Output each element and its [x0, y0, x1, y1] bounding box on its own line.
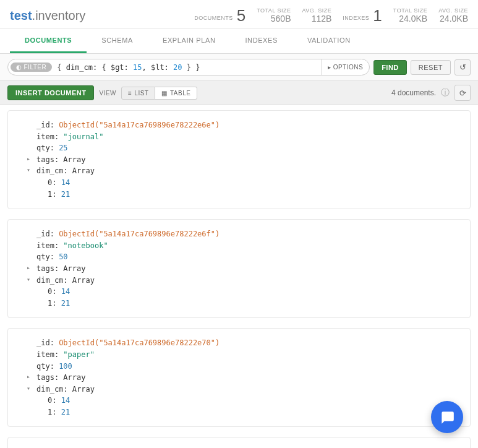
header: test.inventory DOCUMENTS 5 TOTAL SIZE 56…	[0, 0, 478, 29]
tab-explain[interactable]: EXPLAIN PLAN	[148, 29, 230, 53]
options-button[interactable]: ▸ OPTIONS	[321, 59, 369, 75]
caret-down-icon[interactable]: ▾	[27, 165, 33, 175]
stat-idx-total: TOTAL SIZE 24.0KB	[393, 7, 427, 24]
info-icon[interactable]: ⓘ	[441, 87, 450, 98]
insert-document-button[interactable]: INSERT DOCUMENT	[7, 85, 94, 100]
filter-chip: ◐ FILTER	[11, 62, 52, 72]
tab-indexes[interactable]: INDEXES	[230, 29, 292, 53]
doc-card[interactable]: _id: ObjectId("5a14a17ca769896e78222e6f"…	[7, 219, 471, 318]
stat-doc-total: TOTAL SIZE 560B	[257, 7, 291, 24]
refresh-button[interactable]: ⟳	[455, 85, 471, 101]
history-icon: ↺	[459, 62, 466, 72]
header-stats: DOCUMENTS 5 TOTAL SIZE 560B AVG. SIZE 11…	[194, 7, 468, 24]
tab-schema[interactable]: SCHEMA	[87, 29, 148, 53]
caret-right-icon: ▸	[328, 64, 331, 71]
find-button[interactable]: FIND	[373, 60, 407, 75]
doc-card[interactable]: _id: ObjectId("5a14a17ca769896e78222e70"…	[7, 328, 471, 427]
caret-down-icon[interactable]: ▾	[27, 275, 33, 285]
doc-count: 4 documents.	[391, 88, 436, 97]
namespace: test.inventory	[10, 9, 85, 23]
chat-fab[interactable]	[431, 401, 463, 433]
stat-indexes: INDEXES 1	[343, 7, 382, 24]
doc-card[interactable]: _id: ObjectId("5a14a17ca769896e78222e6e"…	[7, 110, 471, 209]
filter-chip-icon: ◐	[16, 64, 22, 71]
refresh-icon: ⟳	[459, 88, 466, 98]
filter-text[interactable]: { dim_cm: { $gt: 15, $lt: 20 } }	[52, 63, 321, 72]
tab-validation[interactable]: VALIDATION	[292, 29, 365, 53]
view-toggle: ≡ LIST ▦ TABLE	[121, 87, 197, 100]
tabs: DOCUMENTS SCHEMA EXPLAIN PLAN INDEXES VA…	[0, 29, 478, 54]
stat-documents-label: DOCUMENTS	[194, 15, 233, 24]
view-label: VIEW	[99, 90, 116, 97]
db-name: test	[10, 9, 32, 22]
query-bar: ◐ FILTER { dim_cm: { $gt: 15, $lt: 20 } …	[0, 54, 478, 81]
view-table-button[interactable]: ▦ TABLE	[155, 87, 197, 100]
tab-documents[interactable]: DOCUMENTS	[10, 29, 87, 53]
stat-doc-avg: AVG. SIZE 112B	[302, 7, 331, 24]
caret-right-icon[interactable]: ▸	[27, 263, 33, 273]
caret-right-icon[interactable]: ▸	[27, 372, 33, 382]
reset-button[interactable]: RESET	[411, 60, 451, 75]
caret-down-icon[interactable]: ▾	[27, 384, 33, 394]
documents-list: _id: ObjectId("5a14a17ca769896e78222e6e"…	[0, 105, 478, 448]
stat-documents-val: 5	[237, 7, 245, 24]
table-icon: ▦	[161, 90, 168, 97]
caret-right-icon[interactable]: ▸	[27, 154, 33, 164]
coll-name: inventory	[35, 9, 85, 22]
list-icon: ≡	[128, 90, 132, 97]
filter-input[interactable]: ◐ FILTER { dim_cm: { $gt: 15, $lt: 20 } …	[7, 59, 370, 75]
history-button[interactable]: ↺	[455, 59, 471, 75]
view-list-button[interactable]: ≡ LIST	[121, 87, 155, 100]
toolbar: INSERT DOCUMENT VIEW ≡ LIST ▦ TABLE 4 do…	[0, 81, 478, 105]
chat-icon	[439, 409, 455, 425]
doc-card[interactable]: _id: ObjectId("5a14a17ca769896e78222e72"…	[7, 437, 471, 448]
stat-idx-avg: AVG. SIZE 24.0KB	[438, 7, 468, 24]
stat-documents: DOCUMENTS 5	[194, 7, 245, 24]
